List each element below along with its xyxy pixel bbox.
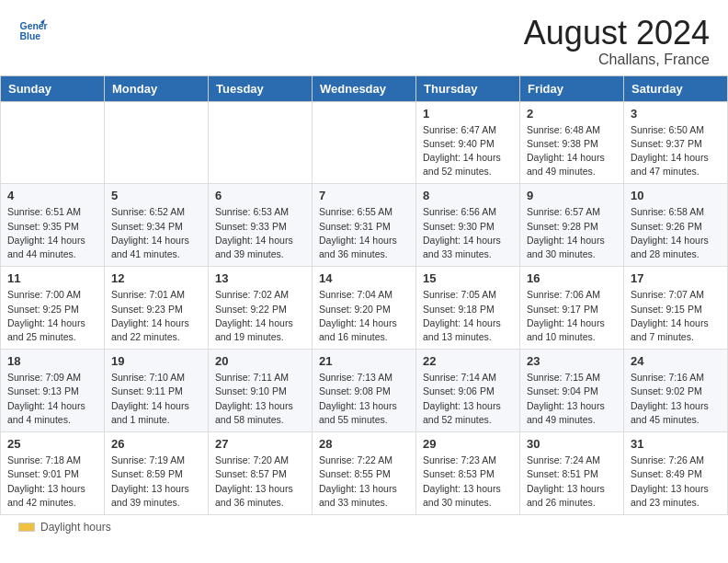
day-info: Sunrise: 6:51 AMSunset: 9:35 PMDaylight:… [7, 205, 97, 261]
day-cell: 8Sunrise: 6:56 AMSunset: 9:30 PMDaylight… [416, 184, 520, 267]
calendar-header-row: SundayMondayTuesdayWednesdayThursdayFrid… [1, 75, 728, 101]
day-number: 20 [215, 354, 305, 368]
day-header-sunday: Sunday [1, 75, 105, 101]
day-cell [1, 101, 105, 184]
day-number: 26 [111, 437, 201, 451]
day-header-thursday: Thursday [416, 75, 520, 101]
page-header: General Blue August 2024 Challans, Franc… [0, 0, 728, 75]
day-cell: 11Sunrise: 7:00 AMSunset: 9:25 PMDayligh… [1, 267, 105, 350]
day-cell: 1Sunrise: 6:47 AMSunset: 9:40 PMDaylight… [416, 101, 520, 184]
day-info: Sunrise: 6:58 AMSunset: 9:26 PMDaylight:… [631, 205, 721, 261]
day-number: 7 [319, 189, 409, 202]
day-info: Sunrise: 7:24 AMSunset: 8:51 PMDaylight:… [527, 454, 617, 510]
day-cell: 27Sunrise: 7:20 AMSunset: 8:57 PMDayligh… [209, 432, 313, 515]
day-info: Sunrise: 7:01 AMSunset: 9:23 PMDaylight:… [111, 288, 201, 344]
week-row-3: 11Sunrise: 7:00 AMSunset: 9:25 PMDayligh… [1, 267, 728, 350]
day-cell: 21Sunrise: 7:13 AMSunset: 9:08 PMDayligh… [313, 350, 416, 432]
title-area: August 2024 Challans, France [524, 15, 710, 68]
day-number: 31 [631, 437, 721, 451]
day-info: Sunrise: 7:02 AMSunset: 9:22 PMDaylight:… [215, 288, 305, 344]
day-cell: 31Sunrise: 7:26 AMSunset: 8:49 PMDayligh… [624, 432, 728, 515]
day-info: Sunrise: 7:15 AMSunset: 9:04 PMDaylight:… [527, 371, 617, 427]
day-number: 29 [423, 437, 513, 451]
day-cell: 12Sunrise: 7:01 AMSunset: 9:23 PMDayligh… [105, 267, 209, 350]
day-header-friday: Friday [520, 75, 624, 101]
day-number: 10 [631, 189, 721, 202]
calendar-table: SundayMondayTuesdayWednesdayThursdayFrid… [0, 75, 728, 515]
day-number: 21 [319, 354, 409, 368]
day-info: Sunrise: 6:50 AMSunset: 9:37 PMDaylight:… [631, 123, 721, 179]
day-cell [105, 101, 209, 184]
day-cell: 10Sunrise: 6:58 AMSunset: 9:26 PMDayligh… [624, 184, 728, 267]
day-number: 27 [215, 437, 305, 451]
legend-bar [18, 523, 35, 532]
day-cell [209, 101, 313, 184]
day-header-saturday: Saturday [624, 75, 728, 101]
day-cell: 26Sunrise: 7:19 AMSunset: 8:59 PMDayligh… [105, 432, 209, 515]
day-info: Sunrise: 7:22 AMSunset: 8:55 PMDaylight:… [319, 454, 409, 510]
day-number: 17 [631, 271, 721, 285]
day-info: Sunrise: 6:57 AMSunset: 9:28 PMDaylight:… [527, 205, 617, 261]
day-number: 5 [111, 189, 201, 202]
day-cell [313, 101, 416, 184]
day-info: Sunrise: 7:23 AMSunset: 8:53 PMDaylight:… [423, 454, 513, 510]
day-info: Sunrise: 6:48 AMSunset: 9:38 PMDaylight:… [527, 123, 617, 179]
week-row-5: 25Sunrise: 7:18 AMSunset: 9:01 PMDayligh… [1, 432, 728, 515]
day-cell: 6Sunrise: 6:53 AMSunset: 9:33 PMDaylight… [209, 184, 313, 267]
month-year-title: August 2024 [524, 15, 710, 52]
calendar-body: 1Sunrise: 6:47 AMSunset: 9:40 PMDaylight… [1, 101, 728, 514]
day-number: 15 [423, 271, 513, 285]
day-cell: 13Sunrise: 7:02 AMSunset: 9:22 PMDayligh… [209, 267, 313, 350]
day-number: 6 [215, 189, 305, 202]
day-number: 12 [111, 271, 201, 285]
day-cell: 28Sunrise: 7:22 AMSunset: 8:55 PMDayligh… [313, 432, 416, 515]
week-row-1: 1Sunrise: 6:47 AMSunset: 9:40 PMDaylight… [1, 101, 728, 184]
day-number: 23 [527, 354, 617, 368]
day-info: Sunrise: 7:04 AMSunset: 9:20 PMDaylight:… [319, 288, 409, 344]
day-number: 4 [7, 189, 97, 202]
day-number: 30 [527, 437, 617, 451]
day-info: Sunrise: 7:06 AMSunset: 9:17 PMDaylight:… [527, 288, 617, 344]
day-info: Sunrise: 7:10 AMSunset: 9:11 PMDaylight:… [111, 371, 201, 427]
logo-icon: General Blue [18, 15, 48, 44]
day-number: 8 [423, 189, 513, 202]
day-header-monday: Monday [105, 75, 209, 101]
day-number: 22 [423, 354, 513, 368]
day-number: 28 [319, 437, 409, 451]
day-number: 11 [7, 271, 97, 285]
week-row-2: 4Sunrise: 6:51 AMSunset: 9:35 PMDaylight… [1, 184, 728, 267]
day-cell: 22Sunrise: 7:14 AMSunset: 9:06 PMDayligh… [416, 350, 520, 432]
day-cell: 29Sunrise: 7:23 AMSunset: 8:53 PMDayligh… [416, 432, 520, 515]
day-cell: 9Sunrise: 6:57 AMSunset: 9:28 PMDaylight… [520, 184, 624, 267]
day-cell: 4Sunrise: 6:51 AMSunset: 9:35 PMDaylight… [1, 184, 105, 267]
location-title: Challans, France [524, 52, 710, 68]
day-info: Sunrise: 6:53 AMSunset: 9:33 PMDaylight:… [215, 205, 305, 261]
day-header-tuesday: Tuesday [209, 75, 313, 101]
logo: General Blue [18, 15, 48, 44]
day-cell: 20Sunrise: 7:11 AMSunset: 9:10 PMDayligh… [209, 350, 313, 432]
day-info: Sunrise: 7:11 AMSunset: 9:10 PMDaylight:… [215, 371, 305, 427]
day-number: 3 [631, 107, 721, 121]
day-info: Sunrise: 7:18 AMSunset: 9:01 PMDaylight:… [7, 454, 97, 510]
day-cell: 16Sunrise: 7:06 AMSunset: 9:17 PMDayligh… [520, 267, 624, 350]
day-info: Sunrise: 6:47 AMSunset: 9:40 PMDaylight:… [423, 123, 513, 179]
day-info: Sunrise: 7:07 AMSunset: 9:15 PMDaylight:… [631, 288, 721, 344]
day-cell: 15Sunrise: 7:05 AMSunset: 9:18 PMDayligh… [416, 267, 520, 350]
day-cell: 14Sunrise: 7:04 AMSunset: 9:20 PMDayligh… [313, 267, 416, 350]
legend: Daylight hours [0, 515, 728, 539]
day-number: 1 [423, 107, 513, 121]
day-cell: 30Sunrise: 7:24 AMSunset: 8:51 PMDayligh… [520, 432, 624, 515]
day-info: Sunrise: 7:16 AMSunset: 9:02 PMDaylight:… [631, 371, 721, 427]
day-cell: 24Sunrise: 7:16 AMSunset: 9:02 PMDayligh… [624, 350, 728, 432]
day-cell: 17Sunrise: 7:07 AMSunset: 9:15 PMDayligh… [624, 267, 728, 350]
day-number: 16 [527, 271, 617, 285]
day-info: Sunrise: 7:09 AMSunset: 9:13 PMDaylight:… [7, 371, 97, 427]
day-info: Sunrise: 6:55 AMSunset: 9:31 PMDaylight:… [319, 205, 409, 261]
day-number: 9 [527, 189, 617, 202]
day-number: 13 [215, 271, 305, 285]
legend-label: Daylight hours [40, 521, 111, 534]
day-cell: 3Sunrise: 6:50 AMSunset: 9:37 PMDaylight… [624, 101, 728, 184]
day-number: 2 [527, 107, 617, 121]
day-cell: 18Sunrise: 7:09 AMSunset: 9:13 PMDayligh… [1, 350, 105, 432]
day-info: Sunrise: 7:26 AMSunset: 8:49 PMDaylight:… [631, 454, 721, 510]
